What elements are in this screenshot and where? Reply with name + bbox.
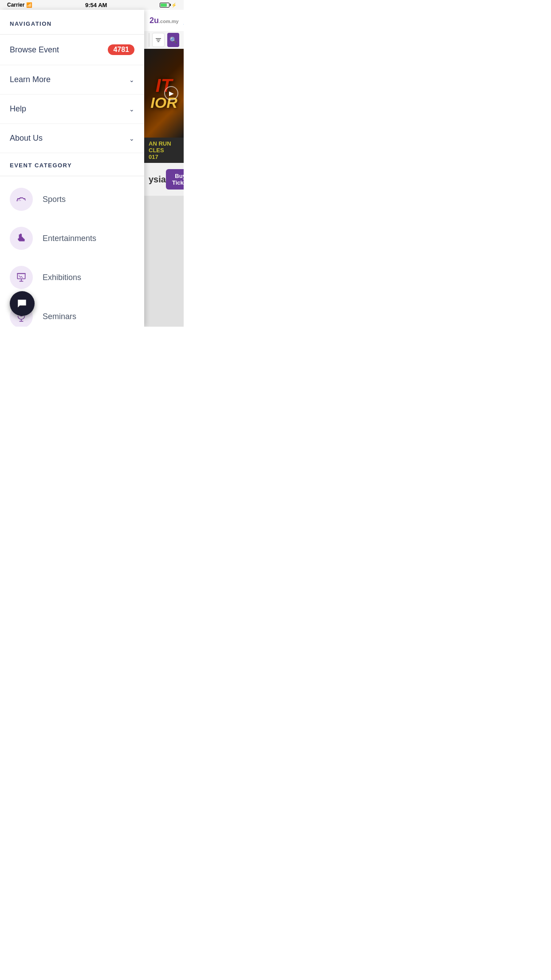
nav-item-browse-event[interactable]: Browse Event 4781 bbox=[0, 35, 144, 65]
section-divider bbox=[0, 176, 144, 176]
nav-drawer: NAVIGATION Browse Event 4781 Learn More … bbox=[0, 10, 144, 327]
help-label: Help bbox=[10, 104, 26, 114]
background-page: 2u.com.my 👤 🔍 IT IOR ▶ AN RUN bbox=[144, 10, 184, 327]
status-left: Carrier 📶 bbox=[7, 2, 32, 8]
entertainments-icon-container bbox=[10, 227, 33, 250]
learn-more-label: Learn More bbox=[10, 75, 51, 84]
sports-icon-container bbox=[10, 188, 33, 211]
about-us-chevron-icon: ⌄ bbox=[129, 135, 134, 142]
bg-filter-btn bbox=[152, 33, 165, 47]
bolt-icon: ⚡ bbox=[171, 3, 177, 8]
bg-header: 2u.com.my 👤 bbox=[144, 10, 184, 31]
event-category-heading: EVENT CATEGORY bbox=[0, 153, 144, 176]
bg-logo: 2u.com.my bbox=[150, 16, 179, 25]
bg-sub-banner: AN RUN CLES 017 bbox=[144, 138, 184, 163]
bg-location: ysia Buy Ticket bbox=[144, 163, 184, 196]
status-time: 9:54 AM bbox=[85, 2, 107, 8]
sports-icon bbox=[16, 194, 27, 205]
entertainments-icon bbox=[16, 233, 27, 244]
nav-item-help[interactable]: Help ⌄ bbox=[0, 95, 144, 124]
bg-search-bar: 🔍 bbox=[144, 31, 184, 49]
wifi-icon: 📶 bbox=[26, 2, 32, 8]
nav-item-learn-more[interactable]: Learn More ⌄ bbox=[0, 65, 144, 95]
category-item-entertainments[interactable]: Entertainments bbox=[0, 219, 144, 258]
sports-label: Sports bbox=[43, 195, 66, 204]
chat-icon bbox=[16, 298, 28, 309]
seminars-label: Seminars bbox=[43, 312, 76, 321]
exhibitions-label: Exhibitions bbox=[43, 273, 81, 282]
svg-rect-9 bbox=[157, 41, 159, 42]
app-container: NAVIGATION Browse Event 4781 Learn More … bbox=[0, 10, 184, 327]
bg-search-btn: 🔍 bbox=[167, 33, 179, 47]
battery-icon bbox=[160, 3, 169, 8]
category-item-sports[interactable]: Sports bbox=[0, 180, 144, 219]
svg-rect-7 bbox=[156, 38, 161, 39]
nav-title: NAVIGATION bbox=[0, 10, 144, 35]
banner-next-arrow[interactable]: ▶ bbox=[164, 86, 178, 100]
nav-item-about-us[interactable]: About Us ⌄ bbox=[0, 124, 144, 153]
exhibitions-icon bbox=[16, 272, 27, 283]
carrier-text: Carrier bbox=[7, 2, 24, 8]
status-right: ⚡ bbox=[160, 3, 177, 8]
entertainments-label: Entertainments bbox=[43, 234, 96, 243]
svg-rect-8 bbox=[157, 40, 160, 41]
buy-ticket-button[interactable]: Buy Ticket bbox=[166, 169, 184, 190]
bg-banner: IT IOR ▶ bbox=[144, 49, 184, 138]
help-chevron-icon: ⌄ bbox=[129, 106, 134, 113]
browse-event-label: Browse Event bbox=[10, 45, 59, 55]
exhibitions-icon-container bbox=[10, 266, 33, 289]
status-bar: Carrier 📶 9:54 AM ⚡ bbox=[0, 0, 184, 10]
user-icon: 👤 bbox=[182, 16, 184, 25]
bg-location-text: ysia bbox=[149, 174, 166, 185]
chat-fab-button[interactable] bbox=[10, 291, 35, 316]
learn-more-chevron-icon: ⌄ bbox=[129, 76, 134, 83]
bg-search-input bbox=[149, 33, 150, 47]
browse-event-badge: 4781 bbox=[108, 44, 134, 55]
about-us-label: About Us bbox=[10, 134, 43, 143]
